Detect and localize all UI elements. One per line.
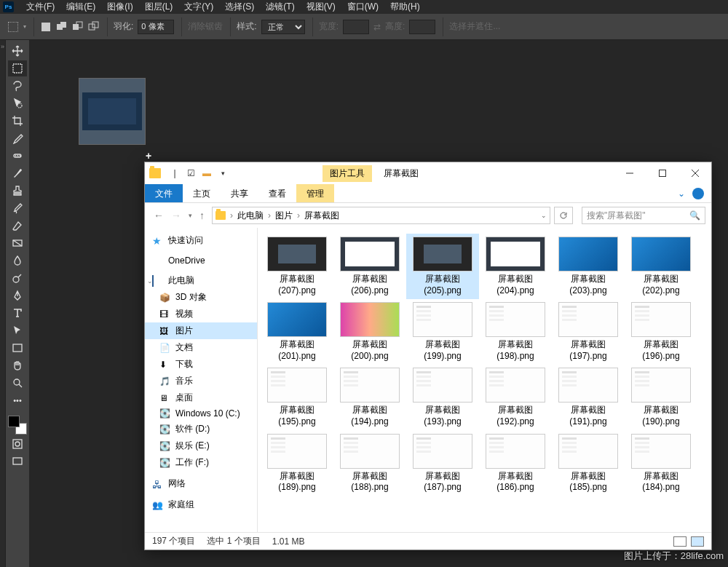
sidebar-item[interactable]: 📄文档 — [145, 339, 257, 356]
file-item[interactable]: 屏幕截图(190).png — [625, 365, 697, 430]
screen-mode-icon[interactable] — [8, 453, 27, 469]
chevron-down-icon[interactable]: ▾ — [23, 23, 26, 30]
dodge-tool[interactable] — [8, 270, 27, 286]
sidebar-item[interactable]: 🎞视频 — [145, 306, 257, 322]
nav-back-button[interactable]: ← — [154, 210, 164, 221]
file-item[interactable]: 屏幕截图(207).png — [261, 234, 333, 299]
sidebar-item[interactable]: 💽工作 (F:) — [145, 454, 257, 471]
file-item[interactable]: 屏幕截图(187).png — [406, 431, 479, 496]
sidebar-homegroup[interactable]: 👥家庭组 — [145, 496, 257, 513]
ps-menu-item[interactable]: 选择(S) — [220, 0, 259, 15]
search-input[interactable]: 搜索"屏幕截图" 🔍 — [582, 207, 705, 224]
ribbon-tab-home[interactable]: 主页 — [183, 184, 221, 202]
minimize-button[interactable] — [613, 162, 646, 184]
file-item[interactable]: 屏幕截图(188).png — [333, 431, 406, 496]
quick-mask-icon[interactable] — [8, 436, 27, 452]
view-thumbs-icon[interactable] — [691, 536, 704, 547]
sidebar-item[interactable]: 🖥桌面 — [145, 389, 257, 406]
file-item[interactable]: 屏幕截图(186).png — [479, 431, 552, 496]
rectangle-tool[interactable] — [8, 340, 27, 356]
file-item[interactable]: 屏幕截图(198).png — [479, 299, 552, 365]
gradient-tool[interactable] — [8, 235, 27, 251]
refresh-button[interactable] — [554, 207, 573, 224]
sidebar-item[interactable]: 💽Windows 10 (C:) — [145, 406, 257, 421]
search-icon[interactable]: 🔍 — [689, 210, 700, 221]
chevron-right-icon[interactable]: › — [297, 210, 300, 221]
chevron-right-icon[interactable]: › — [268, 210, 271, 221]
breadcrumb-item[interactable]: 屏幕截图 — [304, 210, 339, 222]
qat-chevron-icon[interactable]: ▾ — [218, 168, 228, 178]
file-item[interactable]: 屏幕截图(203).png — [552, 234, 625, 299]
help-icon[interactable]: ? — [692, 188, 704, 199]
file-item[interactable]: 屏幕截图(202).png — [625, 234, 697, 299]
sidebar-item[interactable]: 🖼图片 — [145, 322, 257, 339]
file-item[interactable]: 屏幕截图(194).png — [333, 365, 406, 430]
more-tools-icon[interactable]: ••• — [8, 392, 27, 408]
ribbon-tab-file[interactable]: 文件 — [145, 184, 183, 202]
eraser-tool[interactable] — [8, 218, 27, 234]
ribbon-tab-manage[interactable]: 管理 — [296, 184, 334, 202]
sidebar-item[interactable]: 📦3D 对象 — [145, 289, 257, 306]
file-item[interactable]: 屏幕截图(191).png — [552, 365, 625, 430]
explorer-titlebar[interactable]: | ☑ ▬ ▾ 图片工具 屏幕截图 — [145, 162, 711, 184]
lasso-tool[interactable] — [8, 78, 27, 94]
addr-dropdown-icon[interactable]: ⌄ — [541, 212, 547, 219]
ps-menu-item[interactable]: 编辑(E) — [61, 0, 100, 15]
file-item[interactable]: 屏幕截图(197).png — [552, 299, 625, 365]
ribbon-expand-icon[interactable]: ⌄ — [678, 189, 685, 199]
view-details-icon[interactable] — [673, 536, 687, 547]
color-swatch[interactable] — [8, 416, 27, 435]
ps-menu-item[interactable]: 图层(L) — [140, 0, 178, 15]
file-item[interactable]: 屏幕截图(193).png — [406, 365, 479, 430]
qat-properties-icon[interactable]: ☑ — [186, 168, 196, 178]
collapse-icon[interactable]: » — [1, 43, 4, 50]
ps-menu-item[interactable]: 图像(I) — [102, 0, 138, 15]
sidebar-item[interactable]: 🎵音乐 — [145, 373, 257, 389]
feather-input[interactable] — [138, 20, 174, 34]
path-select-tool[interactable] — [8, 322, 27, 338]
ps-menu-item[interactable]: 窗口(W) — [342, 0, 384, 15]
nav-forward-button[interactable]: → — [171, 210, 181, 221]
brush-tool[interactable] — [8, 165, 27, 181]
new-selection-icon[interactable] — [40, 21, 52, 33]
marquee-tool[interactable] — [8, 60, 27, 76]
sidebar-item[interactable]: 💽娱乐 (E:) — [145, 437, 257, 454]
zoom-tool[interactable] — [8, 375, 27, 391]
file-item[interactable]: 屏幕截图(185).png — [552, 431, 625, 496]
file-item[interactable]: 屏幕截图(201).png — [261, 299, 333, 365]
quick-select-tool[interactable] — [8, 95, 27, 111]
add-selection-icon[interactable] — [56, 21, 68, 33]
stamp-tool[interactable] — [8, 183, 27, 199]
intersect-selection-icon[interactable] — [88, 21, 100, 33]
file-item[interactable]: 屏幕截图(195).png — [261, 365, 333, 430]
file-item[interactable]: 屏幕截图(205).png — [406, 234, 479, 299]
ps-menu-item[interactable]: 文字(Y) — [179, 0, 218, 15]
sidebar-onedrive[interactable]: OneDrive — [145, 253, 257, 268]
marquee-tool-icon[interactable] — [7, 21, 19, 33]
chevron-right-icon[interactable]: › — [230, 210, 233, 221]
sidebar-network[interactable]: 🖧网络 — [145, 475, 257, 492]
file-item[interactable]: 屏幕截图(206).png — [333, 234, 406, 299]
file-item[interactable]: 屏幕截图(196).png — [625, 299, 697, 365]
address-bar[interactable]: › 此电脑 › 图片 › 屏幕截图 ⌄ — [212, 207, 550, 224]
file-list[interactable]: 屏幕截图(207).png屏幕截图(206).png屏幕截图(205).png屏… — [258, 228, 711, 532]
close-button[interactable] — [678, 162, 711, 184]
move-tool[interactable] — [8, 43, 27, 59]
type-tool[interactable] — [8, 305, 27, 321]
breadcrumb-item[interactable]: 图片 — [275, 210, 293, 222]
file-item[interactable]: 屏幕截图(189).png — [261, 431, 333, 496]
subtract-selection-icon[interactable] — [72, 21, 84, 33]
history-brush-tool[interactable] — [8, 200, 27, 216]
style-select[interactable]: 正常 — [261, 20, 305, 34]
nav-history-icon[interactable]: ▾ — [189, 212, 192, 219]
ps-menu-item[interactable]: 滤镜(T) — [261, 0, 299, 15]
qat-newfolder-icon[interactable]: ▬ — [202, 168, 212, 178]
file-item[interactable]: 屏幕截图(192).png — [479, 365, 552, 430]
file-item[interactable]: 屏幕截图(204).png — [479, 234, 552, 299]
file-item[interactable]: 屏幕截图(199).png — [406, 299, 479, 365]
ribbon-tab-view[interactable]: 查看 — [258, 184, 296, 202]
sidebar-this-pc[interactable]: ⌄此电脑 — [145, 272, 257, 289]
nav-up-button[interactable]: ↑ — [199, 210, 205, 221]
ps-menu-item[interactable]: 文件(F) — [21, 0, 60, 15]
file-item[interactable]: 屏幕截图(200).png — [333, 299, 406, 365]
